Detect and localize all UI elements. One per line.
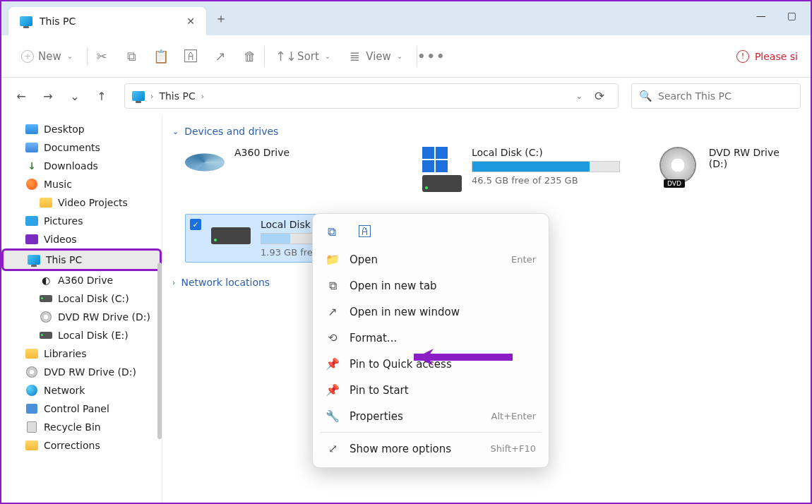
pin-icon: 📌 — [326, 383, 340, 397]
delete-icon[interactable]: 🗑 — [243, 49, 257, 64]
chevron-down-icon[interactable]: ⌄ — [576, 92, 583, 101]
sidebar-item-documents[interactable]: Documents — [1, 138, 162, 157]
scrollbar[interactable] — [157, 263, 162, 439]
view-button[interactable]: ≣ View ⌄ — [340, 45, 410, 68]
ctx-open-new-tab[interactable]: ⧉ Open in new tab — [313, 272, 549, 299]
sidebar-item-a360[interactable]: ◐A360 Drive — [1, 271, 162, 289]
back-button[interactable]: ← — [11, 86, 31, 106]
sidebar-item-local-c[interactable]: Local Disk (C:) — [1, 289, 162, 308]
new-tab-button[interactable]: ＋ — [215, 10, 227, 27]
sidebar-item-local-e[interactable]: Local Disk (E:) — [1, 326, 162, 344]
sidebar-item-downloads[interactable]: ↓Downloads — [1, 157, 162, 175]
ctx-open[interactable]: 📁 Open Enter — [313, 246, 549, 272]
sidebar-item-control-panel[interactable]: Control Panel — [1, 400, 162, 418]
drive-icon — [40, 332, 52, 339]
sidebar-item-pictures[interactable]: Pictures — [1, 212, 162, 230]
sidebar-item-video-projects[interactable]: Video Projects — [1, 193, 162, 212]
folder-icon — [25, 440, 38, 450]
new-button[interactable]: + New ⌄ — [14, 46, 80, 67]
dvd-icon — [26, 366, 37, 378]
windows-icon — [422, 147, 448, 172]
sort-button[interactable]: ↑↓ Sort ⌄ — [272, 45, 338, 68]
sidebar-item-network[interactable]: Network — [1, 381, 162, 400]
copy-icon[interactable]: ⧉ — [324, 224, 340, 239]
this-pc-icon — [132, 91, 145, 101]
new-tab-icon: ⧉ — [326, 279, 340, 292]
section-devices-and-drives[interactable]: ⌄ Devices and drives — [168, 123, 805, 140]
refresh-button[interactable]: ⟳ — [588, 89, 611, 103]
usage-bar — [472, 161, 620, 172]
toolbar: + New ⌄ ✂ ⧉ 📋 🄰 ↗ 🗑 ↑↓ Sort ⌄ ≣ View ⌄ •… — [1, 35, 811, 78]
recent-dropdown[interactable]: ⌄ — [65, 86, 85, 106]
breadcrumb[interactable]: › This PC › ⌄ ⟳ — [124, 83, 619, 109]
dvd-icon — [659, 147, 696, 184]
sidebar-item-desktop[interactable]: Desktop — [1, 120, 162, 138]
copy-icon[interactable]: ⧉ — [124, 49, 138, 64]
ctx-pin-start[interactable]: 📌 Pin to Start — [313, 377, 549, 403]
view-icon: ≣ — [347, 49, 362, 64]
sidebar-item-videos[interactable]: Videos — [1, 230, 162, 248]
network-icon — [26, 385, 37, 396]
this-pc-icon — [20, 16, 32, 26]
window-tab[interactable]: This PC ✕ — [8, 7, 206, 35]
chevron-down-icon: ⌄ — [325, 52, 330, 60]
sidebar-item-dvd-d[interactable]: DVD RW Drive (D:) — [1, 308, 162, 326]
drive-icon — [40, 295, 52, 302]
a360-icon: ◐ — [40, 275, 52, 286]
rename-icon[interactable]: 🄰 — [184, 49, 198, 64]
properties-icon: 🔧 — [326, 409, 340, 423]
chevron-right-icon: › — [150, 92, 153, 101]
rename-icon[interactable]: 🄰 — [357, 224, 372, 239]
sidebar-item-corrections[interactable]: Corrections — [1, 436, 162, 455]
sign-in-warning[interactable]: ! Please si — [736, 50, 798, 63]
chevron-down-icon: ⌄ — [67, 52, 73, 60]
libraries-icon — [25, 349, 38, 359]
sidebar-item-this-pc[interactable]: This PC — [1, 248, 162, 271]
ctx-show-more[interactable]: ⤢ Show more options Shift+F10 — [313, 436, 549, 462]
maximize-button[interactable]: ▢ — [787, 10, 796, 21]
pin-icon: 📌 — [326, 357, 340, 371]
share-icon[interactable]: ↗ — [213, 49, 227, 64]
plus-circle-icon: + — [21, 50, 34, 63]
search-input[interactable] — [658, 90, 793, 102]
control-panel-icon — [26, 404, 37, 414]
sidebar-item-dvd-d2[interactable]: DVD RW Drive (D:) — [1, 363, 162, 381]
sidebar-item-music[interactable]: Music — [1, 175, 162, 193]
drive-dvd-d[interactable]: DVD RW Drive (D:) — [659, 147, 801, 186]
titlebar: This PC ✕ ＋ — ▢ — [1, 1, 811, 35]
more-icon[interactable]: ••• — [424, 49, 438, 64]
forward-button[interactable]: → — [38, 86, 58, 106]
new-window-icon: ↗ — [326, 305, 340, 318]
view-label: View — [366, 50, 391, 63]
ctx-properties[interactable]: 🔧 Properties Alt+Enter — [313, 403, 549, 429]
sort-label: Sort — [297, 50, 319, 63]
folder-open-icon: 📁 — [326, 253, 340, 266]
search-box[interactable]: 🔍 — [631, 83, 801, 109]
checkbox-checked-icon[interactable]: ✓ — [190, 219, 201, 230]
alert-icon: ! — [736, 50, 749, 63]
a360-icon — [185, 153, 225, 171]
documents-icon — [25, 143, 38, 152]
sidebar-item-libraries[interactable]: Libraries — [1, 344, 162, 363]
sort-icon: ↑↓ — [279, 49, 293, 64]
ctx-format[interactable]: ⟲ Format... — [313, 325, 549, 351]
tab-title: This PC — [40, 16, 179, 27]
drive-local-c[interactable]: Local Disk (C:) 46.5 GB free of 235 GB — [422, 147, 626, 186]
minimize-button[interactable]: — — [756, 10, 766, 21]
downloads-icon: ↓ — [25, 160, 38, 172]
close-tab-icon[interactable]: ✕ — [186, 16, 195, 27]
address-bar-row: ← → ⌄ ↑ › This PC › ⌄ ⟳ 🔍 — [1, 78, 811, 114]
dvd-icon — [40, 311, 52, 323]
music-icon — [26, 179, 37, 190]
sidebar-item-recycle-bin[interactable]: Recycle Bin — [1, 418, 162, 436]
navigation-pane: Desktop Documents ↓Downloads Music Video… — [1, 114, 162, 503]
videos-icon — [25, 234, 38, 244]
search-icon: 🔍 — [639, 90, 652, 102]
paste-icon[interactable]: 📋 — [154, 49, 168, 64]
ctx-open-new-window[interactable]: ↗ Open in new window — [313, 299, 549, 325]
cut-icon[interactable]: ✂ — [95, 49, 109, 64]
this-pc-icon — [28, 255, 40, 265]
up-button[interactable]: ↑ — [92, 86, 112, 106]
drive-a360[interactable]: A360 Drive — [185, 147, 388, 186]
ctx-pin-quick-access[interactable]: 📌 Pin to Quick access — [313, 351, 549, 377]
